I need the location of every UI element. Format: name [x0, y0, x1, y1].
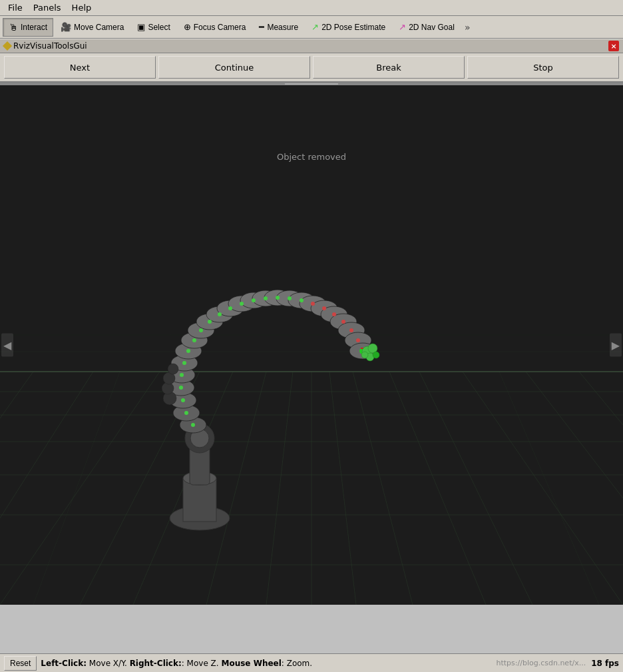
svg-point-60	[184, 411, 188, 415]
svg-point-75	[288, 296, 292, 300]
svg-point-90	[361, 352, 368, 358]
panel-close-button[interactable]: ×	[608, 41, 619, 51]
panel-title-text: RvizVisualToolsGui	[13, 41, 87, 51]
hand-icon: 🖱	[9, 22, 18, 33]
menu-help[interactable]: Help	[67, 1, 97, 14]
reset-button[interactable]: Reset	[4, 656, 37, 671]
svg-point-73	[264, 296, 268, 300]
3d-viewport[interactable]: Object removed	[0, 85, 623, 605]
panel-title-area: RvizVisualToolsGui	[4, 41, 87, 51]
rviz-panel-header: RvizVisualToolsGui ×	[0, 39, 623, 53]
svg-point-78	[322, 306, 326, 310]
panel-diamond-icon	[3, 41, 12, 51]
menubar: File Panels Help	[0, 0, 623, 16]
select-label: Select	[148, 23, 170, 32]
statusbar: Reset Left-Click: Move X/Y. Right-Click:…	[0, 653, 623, 672]
stop-button[interactable]: Stop	[467, 56, 619, 79]
svg-point-68	[208, 320, 212, 324]
svg-point-77	[311, 302, 315, 306]
statusbar-zoom: : Zoom.	[282, 659, 312, 668]
nav-goal-label: 2D Nav Goal	[409, 23, 455, 32]
svg-point-70	[228, 306, 232, 310]
toolbar-more-button[interactable]: »	[462, 20, 473, 35]
continue-button[interactable]: Continue	[158, 56, 310, 79]
statusbar-text: Left-Click: Move X/Y. Right-Click:: Move…	[41, 659, 496, 668]
svg-point-71	[240, 302, 244, 306]
svg-point-89	[373, 352, 379, 358]
svg-point-61	[181, 398, 185, 402]
viewport-right-arrow[interactable]: ▶	[610, 334, 622, 357]
arrow-pink-icon: ↗	[399, 22, 406, 32]
next-button[interactable]: Next	[4, 56, 156, 79]
arrow-green-icon: ↗	[312, 22, 319, 32]
focus-icon: ⊕	[184, 22, 191, 32]
statusbar-move-xy: Move X/Y.	[87, 659, 130, 668]
svg-point-72	[252, 298, 256, 302]
object-removed-text: Object removed	[277, 152, 346, 162]
statusbar-mouse-wheel-label: Mouse Wheel	[221, 659, 281, 668]
measure-label: Measure	[267, 23, 298, 32]
svg-point-67	[199, 328, 203, 332]
toolbar-focus-camera-button[interactable]: ⊕ Focus Camera	[178, 18, 252, 37]
toolbar-measure-button[interactable]: ━ Measure	[253, 18, 304, 37]
svg-point-59	[191, 423, 195, 427]
pose-estimate-label: 2D Pose Estimate	[321, 23, 385, 32]
toolbar-select-button[interactable]: ▣ Select	[131, 18, 176, 37]
toolbar-nav-goal-button[interactable]: ↗ 2D Nav Goal	[393, 18, 461, 37]
menu-panels[interactable]: Panels	[28, 1, 67, 14]
camera-move-icon: 🎥	[61, 22, 71, 32]
svg-point-74	[276, 296, 280, 300]
break-button[interactable]: Break	[313, 56, 465, 79]
svg-point-63	[180, 373, 184, 377]
statusbar-move-z: : Move Z.	[182, 659, 222, 668]
focus-camera-label: Focus Camera	[194, 23, 246, 32]
toolbar: 🖱 Interact 🎥 Move Camera ▣ Select ⊕ Focu…	[0, 16, 623, 39]
control-buttons-row: Next Continue Break Stop	[0, 53, 623, 83]
viewport-divider-inner	[285, 83, 338, 85]
svg-point-66	[192, 338, 196, 342]
toolbar-interact-button[interactable]: 🖱 Interact	[3, 18, 53, 37]
svg-point-80	[341, 320, 345, 324]
svg-point-69	[218, 312, 222, 316]
statusbar-right-click-label: Right-Click:	[130, 659, 182, 668]
svg-point-94	[168, 364, 178, 374]
toolbar-move-camera-button[interactable]: 🎥 Move Camera	[55, 18, 130, 37]
ruler-icon: ━	[259, 22, 264, 32]
statusbar-left-click-label: Left-Click:	[41, 659, 87, 668]
move-camera-label: Move Camera	[74, 23, 124, 32]
svg-point-62	[179, 386, 183, 390]
svg-point-64	[182, 361, 186, 365]
robot-arm-visualization	[53, 218, 466, 551]
select-box-icon: ▣	[137, 22, 145, 32]
toolbar-pose-estimate-button[interactable]: ↗ 2D Pose Estimate	[306, 18, 391, 37]
statusbar-fps: 18 fps	[591, 659, 619, 668]
viewport-left-arrow[interactable]: ◀	[1, 334, 13, 357]
svg-point-76	[300, 298, 304, 302]
svg-point-79	[332, 312, 336, 316]
svg-point-65	[186, 349, 190, 353]
svg-point-82	[356, 338, 360, 342]
menu-file[interactable]: File	[3, 1, 28, 14]
svg-point-81	[349, 328, 353, 332]
interact-label: Interact	[21, 23, 47, 32]
statusbar-url: https://blog.csdn.net/x...	[496, 659, 586, 667]
